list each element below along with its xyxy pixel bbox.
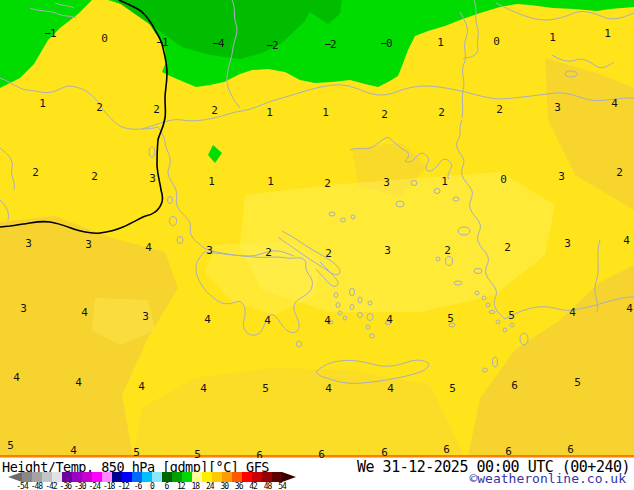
color-scale-tick: 12 xyxy=(177,482,185,490)
color-scale-segment xyxy=(262,472,272,482)
color-scale-segment xyxy=(182,472,192,482)
color-scale-segment xyxy=(22,472,32,482)
color-scale-tick: -54 xyxy=(16,482,27,490)
color-scale-tick: -6 xyxy=(134,482,142,490)
color-scale-segment xyxy=(242,472,252,482)
scale-left-arrow-icon xyxy=(8,472,22,482)
color-scale-tick: -48 xyxy=(31,482,42,490)
color-scale-segment xyxy=(142,472,152,482)
color-scale-tick: 0 xyxy=(150,482,154,490)
color-scale-segment xyxy=(42,472,52,482)
color-scale-segment xyxy=(62,472,72,482)
weather-map xyxy=(0,0,634,458)
color-scale-segment xyxy=(132,472,142,482)
color-scale-tick: 18 xyxy=(192,482,200,490)
color-scale-tick: -12 xyxy=(117,482,128,490)
color-scale-tick: 24 xyxy=(206,482,214,490)
color-scale-segment xyxy=(272,472,282,482)
color-scale-segment xyxy=(252,472,262,482)
color-scale-tick: 36 xyxy=(235,482,243,490)
color-scale-segment xyxy=(102,472,112,482)
color-scale-segment xyxy=(92,472,102,482)
color-scale-tick: 54 xyxy=(278,482,286,490)
color-scale-segment xyxy=(52,472,62,482)
weather-map-screenshot: −10−1−4−2−2−0101112221122234223112310323… xyxy=(0,0,634,490)
caption-bar: Height/Temp. 850 hPa [gdmp][°C] GFS We 3… xyxy=(0,458,634,490)
map-bottom-divider xyxy=(0,455,634,457)
color-scale-tick: 6 xyxy=(165,482,169,490)
color-scale-segment xyxy=(122,472,132,482)
color-scale-segment xyxy=(222,472,232,482)
color-scale-tick: 30 xyxy=(220,482,228,490)
color-scale-bar xyxy=(8,472,296,482)
scale-right-arrow-icon xyxy=(282,472,296,482)
color-scale-tick: -24 xyxy=(88,482,99,490)
color-scale-segment xyxy=(162,472,172,482)
copyright-watermark: ©weatheronline.co.uk xyxy=(469,471,626,486)
color-scale-segment xyxy=(202,472,212,482)
color-scale-tick: 42 xyxy=(249,482,257,490)
color-scale-tick: -42 xyxy=(45,482,56,490)
color-scale-tick: -36 xyxy=(60,482,71,490)
color-scale-segment xyxy=(82,472,92,482)
color-scale-segment xyxy=(232,472,242,482)
color-scale-segment xyxy=(172,472,182,482)
color-scale-tick: -18 xyxy=(103,482,114,490)
color-scale-segment xyxy=(32,472,42,482)
color-scale-tick: -30 xyxy=(74,482,85,490)
color-scale-segment xyxy=(152,472,162,482)
color-scale-segment xyxy=(112,472,122,482)
color-scale-segment xyxy=(212,472,222,482)
color-scale-segment xyxy=(72,472,82,482)
color-scale-tick-labels: -54-48-42-36-30-24-18-12-606121824303642… xyxy=(8,482,300,490)
temperature-color-scale: -54-48-42-36-30-24-18-12-606121824303642… xyxy=(8,472,300,490)
color-scale-segment xyxy=(192,472,202,482)
color-scale-tick: 48 xyxy=(264,482,272,490)
